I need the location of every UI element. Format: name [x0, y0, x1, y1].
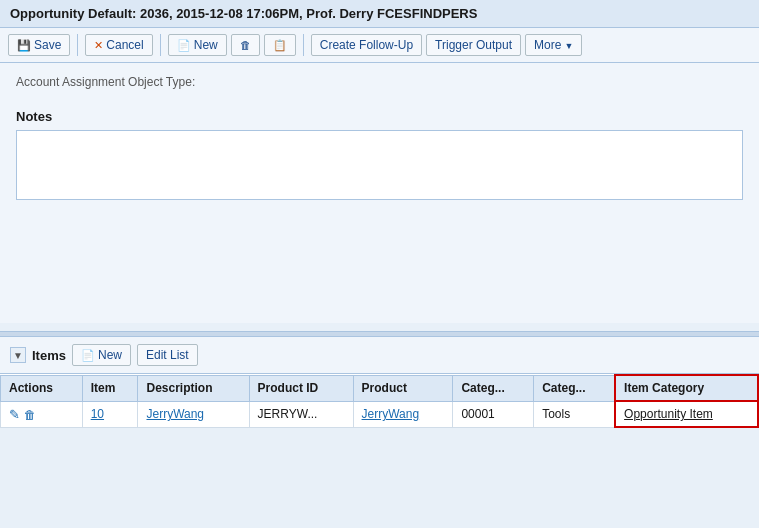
more-button[interactable]: More: [525, 34, 582, 56]
separator-3: [303, 34, 304, 56]
separator-1: [77, 34, 78, 56]
categ1-value: 00001: [461, 407, 494, 421]
col-categ2: Categ...: [534, 375, 615, 401]
edit-icon[interactable]: [9, 407, 20, 422]
copy-button[interactable]: [264, 34, 296, 56]
new-icon: [177, 38, 191, 52]
notes-textarea[interactable]: [16, 130, 743, 200]
cell-actions: [1, 401, 83, 427]
account-assignment-row: Account Assignment Object Type:: [16, 75, 743, 89]
save-button[interactable]: Save: [8, 34, 70, 56]
items-header: ▼ Items New Edit List: [0, 337, 759, 374]
create-follow-up-label: Create Follow-Up: [320, 38, 413, 52]
collapse-button[interactable]: ▼: [10, 347, 26, 363]
cell-description: JerryWang: [138, 401, 249, 427]
main-content: Account Assignment Object Type: Notes: [0, 63, 759, 323]
cell-item-category[interactable]: Opportunity Item: [615, 401, 758, 427]
col-item: Item: [82, 375, 138, 401]
delete-icon: [240, 38, 251, 52]
notes-section: Notes: [16, 109, 743, 203]
item-link[interactable]: 10: [91, 407, 104, 421]
new-button[interactable]: New: [168, 34, 227, 56]
product-id-value: JERRYW...: [258, 407, 318, 421]
dropdown-icon: [564, 38, 573, 52]
cancel-label: Cancel: [106, 38, 143, 52]
notes-title: Notes: [16, 109, 743, 124]
title-text: Opportunity Default: 2036, 2015-12-08 17…: [10, 6, 477, 21]
new-label: New: [194, 38, 218, 52]
items-new-button[interactable]: New: [72, 344, 131, 366]
edit-list-button[interactable]: Edit List: [137, 344, 198, 366]
table-row: 10 JerryWang JERRYW... JerryWang 00001 T…: [1, 401, 759, 427]
items-title: Items: [32, 348, 66, 363]
create-follow-up-button[interactable]: Create Follow-Up: [311, 34, 422, 56]
delete-button[interactable]: [231, 34, 260, 56]
categ2-value: Tools: [542, 407, 570, 421]
save-icon: [17, 38, 31, 52]
more-label: More: [534, 38, 561, 52]
item-category-value: Opportunity Item: [624, 407, 713, 421]
col-actions: Actions: [1, 375, 83, 401]
trigger-output-label: Trigger Output: [435, 38, 512, 52]
title-bar: Opportunity Default: 2036, 2015-12-08 17…: [0, 0, 759, 28]
trash-icon[interactable]: [24, 407, 36, 422]
edit-list-label: Edit List: [146, 348, 189, 362]
cell-categ1: 00001: [453, 401, 534, 427]
cell-categ2: Tools: [534, 401, 615, 427]
cancel-icon: [94, 38, 103, 52]
items-new-label: New: [98, 348, 122, 362]
description-link[interactable]: JerryWang: [146, 407, 204, 421]
items-section: ▼ Items New Edit List Actions Item Descr…: [0, 337, 759, 428]
cell-item: 10: [82, 401, 138, 427]
table-header-row: Actions Item Description Product ID Prod…: [1, 375, 759, 401]
save-label: Save: [34, 38, 61, 52]
col-product-id: Product ID: [249, 375, 353, 401]
cell-product: JerryWang: [353, 401, 453, 427]
separator-2: [160, 34, 161, 56]
cell-product-id: JERRYW...: [249, 401, 353, 427]
col-product: Product: [353, 375, 453, 401]
trigger-output-button[interactable]: Trigger Output: [426, 34, 521, 56]
cancel-button[interactable]: Cancel: [85, 34, 152, 56]
copy-icon: [273, 38, 287, 52]
items-new-icon: [81, 348, 95, 362]
col-item-category: Item Category: [615, 375, 758, 401]
col-categ1: Categ...: [453, 375, 534, 401]
product-link[interactable]: JerryWang: [362, 407, 420, 421]
toolbar: Save Cancel New Create Follow-Up Trigger…: [0, 28, 759, 63]
col-description: Description: [138, 375, 249, 401]
account-assignment-label: Account Assignment Object Type:: [16, 75, 236, 89]
items-table: Actions Item Description Product ID Prod…: [0, 374, 759, 428]
action-icons: [9, 407, 74, 422]
